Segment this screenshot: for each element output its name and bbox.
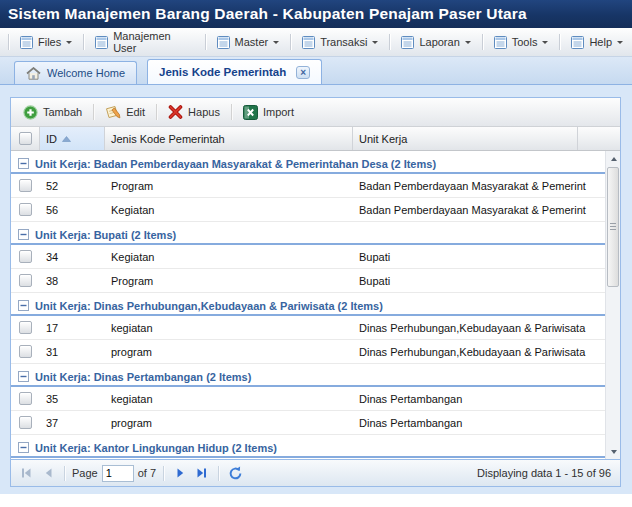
menu-item-label: Transaksi (320, 36, 367, 48)
menu-item-help[interactable]: Help (565, 32, 629, 53)
table-row[interactable]: 34KegiatanBupati (11, 245, 605, 269)
group-collapse-icon (18, 300, 29, 311)
cell-jenis: Program (105, 180, 353, 192)
toolbar-separator (231, 104, 232, 120)
group-header[interactable]: Unit Kerja: Dinas Perhubungan,Kebudayaan… (11, 297, 605, 316)
group-collapse-icon (18, 229, 29, 240)
delete-icon (168, 105, 183, 119)
dropdown-caret-icon (465, 41, 471, 47)
toolbar-separator (93, 104, 94, 120)
row-checkbox[interactable] (19, 392, 32, 405)
group-header[interactable]: Unit Kerja: Bupati (2 Items) (11, 226, 605, 245)
table-row[interactable]: 17kegiatanDinas Perhubungan,Kebudayaan &… (11, 316, 605, 340)
group-header[interactable]: Unit Kerja: Kantor Lingkungan Hidup (2 I… (11, 439, 605, 458)
row-checkbox[interactable] (19, 274, 32, 287)
column-header-jenis-label: Jenis Kode Pemerintah (111, 133, 225, 145)
cell-unit: Dinas Perhubungan,Kebudayaan & Pariwisat… (353, 322, 605, 334)
row-checkbox-cell (11, 392, 40, 405)
scroll-up-button[interactable] (606, 151, 620, 166)
menu-item-master[interactable]: Master (211, 32, 286, 53)
menu-separator (8, 34, 9, 50)
scroll-down-button[interactable] (606, 444, 620, 459)
table-row[interactable]: 56KegiatanBadan Pemberdayaan Masyarakat … (11, 198, 605, 222)
table-row[interactable]: 52ProgramBadan Pemberdayaan Masyarakat &… (11, 174, 605, 198)
cell-id: 17 (40, 322, 105, 334)
column-header-jenis-kode-pemerintah[interactable]: Jenis Kode Pemerintah (105, 127, 353, 150)
group-header-label: Unit Kerja: Badan Pemberdayaan Masyaraka… (35, 158, 436, 170)
tab-welcome-home[interactable]: Welcome Home (14, 61, 137, 84)
previous-page-button[interactable] (39, 464, 57, 482)
import-button[interactable]: Import (237, 102, 300, 123)
table-row[interactable]: 31programDinas Perhubungan,Kebudayaan & … (11, 340, 605, 364)
row-checkbox[interactable] (19, 179, 32, 192)
menu-item-transaksi[interactable]: Transaksi (296, 32, 384, 53)
row-checkbox-cell (11, 179, 40, 192)
vertical-scrollbar[interactable] (605, 151, 620, 459)
row-checkbox-cell (11, 321, 40, 334)
row-checkbox[interactable] (19, 250, 32, 263)
first-page-icon (19, 466, 33, 480)
menu-item-label: Tools (512, 36, 538, 48)
menu-list-icon (95, 36, 108, 49)
cell-unit: Dinas Pertambangan (353, 417, 605, 429)
menu-list-icon (494, 36, 507, 49)
first-page-button[interactable] (17, 464, 35, 482)
menu-item-label: Help (589, 36, 612, 48)
table-row[interactable]: 38ProgramBupati (11, 269, 605, 293)
table-row[interactable]: 35kegiatanDinas Pertambangan (11, 387, 605, 411)
group-header-label: Unit Kerja: Bupati (2 Items) (35, 229, 176, 241)
cell-unit: Badan Pemberdayaan Masyarakat & Pemerint (353, 180, 605, 192)
excel-icon (243, 105, 258, 120)
group-collapse-icon (18, 371, 29, 382)
paging-separator (163, 466, 164, 481)
previous-page-icon (41, 466, 55, 480)
cell-id: 37 (40, 417, 105, 429)
cell-id: 31 (40, 346, 105, 358)
group-header[interactable]: Unit Kerja: Badan Pemberdayaan Masyaraka… (11, 155, 605, 174)
dropdown-caret-icon (372, 41, 378, 47)
last-page-button[interactable] (193, 464, 211, 482)
menu-item-files[interactable]: Files (14, 32, 78, 53)
dropdown-caret-icon (542, 41, 548, 47)
column-header-id-label: ID (46, 133, 57, 145)
menu-item-laporan[interactable]: Laporan (395, 32, 476, 53)
grid-panel: TambahEditHapusImport ID Jenis Kode Peme… (10, 97, 621, 487)
row-checkbox[interactable] (19, 321, 32, 334)
next-page-button[interactable] (171, 464, 189, 482)
refresh-button[interactable] (226, 464, 244, 482)
page-number-input[interactable] (102, 465, 134, 482)
menu-item-label: Master (235, 36, 269, 48)
row-checkbox[interactable] (19, 345, 32, 358)
cell-jenis: kegiatan (105, 393, 353, 405)
menu-item-manajemen-user[interactable]: Manajemen User (89, 26, 199, 58)
menu-item-tools[interactable]: Tools (488, 32, 555, 53)
scrollbar-thumb[interactable] (607, 167, 619, 287)
app-window: Sistem Manajemen Barang Daerah - Kabupat… (0, 0, 632, 507)
page-of-label: of 7 (138, 467, 156, 479)
table-row[interactable]: 37programDinas Pertambangan (11, 411, 605, 435)
grid-rows-container: Unit Kerja: Badan Pemberdayaan Masyaraka… (11, 151, 605, 458)
tab-close-icon[interactable]: × (296, 66, 310, 79)
tab-jenis-kode-pemerintah[interactable]: Jenis Kode Pemerintah× (147, 59, 322, 84)
tambah-button[interactable]: Tambah (17, 102, 88, 123)
paging-status: Displaying data 1 - 15 of 96 (477, 467, 614, 479)
group-header[interactable]: Unit Kerja: Dinas Pertambangan (2 Items) (11, 368, 605, 387)
row-checkbox[interactable] (19, 416, 32, 429)
menu-list-icon (571, 36, 584, 49)
hapus-button[interactable]: Hapus (162, 102, 226, 122)
column-header-unit-kerja[interactable]: Unit Kerja (353, 127, 578, 150)
cell-unit: Badan Pemberdayaan Masyarakat & Pemerint (353, 204, 605, 216)
row-checkbox[interactable] (19, 203, 32, 216)
next-page-icon (173, 466, 187, 480)
row-checkbox-cell (11, 203, 40, 216)
column-header-id[interactable]: ID (40, 127, 105, 150)
menu-item-label: Manajemen User (113, 30, 193, 54)
menu-list-icon (20, 36, 33, 49)
cell-id: 38 (40, 275, 105, 287)
menu-list-icon (302, 36, 315, 49)
group-collapse-icon (18, 158, 29, 169)
edit-button[interactable]: Edit (99, 102, 151, 123)
header-select-all-cell (11, 127, 40, 150)
select-all-checkbox[interactable] (19, 132, 32, 145)
group-section: Unit Kerja: Dinas Perhubungan,Kebudayaan… (11, 297, 605, 364)
